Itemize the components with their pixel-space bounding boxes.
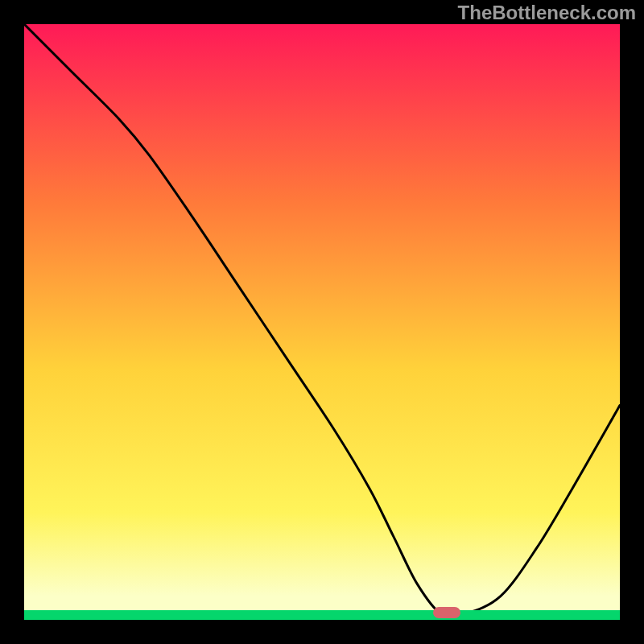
optimum-highlight-marker <box>433 607 460 618</box>
chart-svg <box>24 24 620 620</box>
watermark-text: TheBottleneck.com <box>458 2 636 24</box>
green-baseline-band <box>24 610 620 620</box>
chart-frame <box>24 24 620 620</box>
